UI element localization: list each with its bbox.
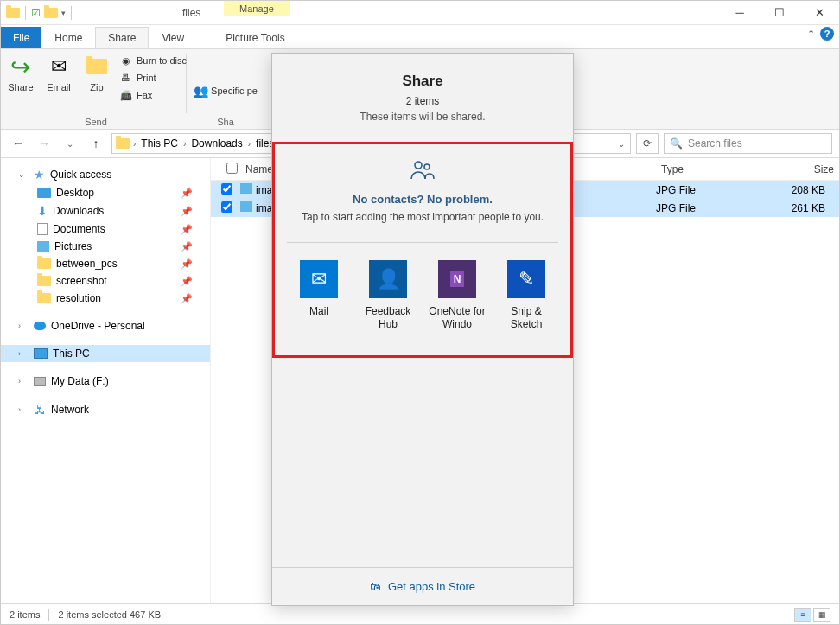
- column-type[interactable]: Type: [656, 163, 760, 175]
- qat-checkbox[interactable]: ☑: [31, 7, 41, 19]
- share-app-onenote[interactable]: N OneNote for Windo: [426, 260, 488, 331]
- breadcrumb[interactable]: This PC: [139, 137, 180, 150]
- minimize-button[interactable]: ─: [720, 1, 760, 25]
- folder-icon: [37, 293, 51, 303]
- store-icon: 🛍: [370, 580, 381, 593]
- document-icon: [37, 223, 48, 235]
- help-icon[interactable]: ?: [820, 27, 834, 41]
- window-controls: ─ ☐ ✕: [720, 1, 839, 25]
- quick-access-toolbar: ☑ ▾: [1, 6, 79, 20]
- svg-point-0: [415, 162, 422, 169]
- folder-icon: [116, 138, 130, 149]
- image-icon: [240, 183, 252, 194]
- column-size[interactable]: Size: [760, 163, 839, 175]
- zip-button[interactable]: Zip: [80, 51, 114, 115]
- collapse-ribbon-icon[interactable]: ⌃: [807, 29, 815, 40]
- burn-disc-button[interactable]: ◉Burn to disc: [118, 53, 188, 68]
- pin-icon: 📌: [181, 276, 193, 287]
- people-icon: 👥: [194, 84, 207, 98]
- sidebar-item-screenshot[interactable]: screenshot📌: [1, 272, 210, 290]
- share-panel-title: Share: [283, 73, 563, 90]
- chevron-right-icon: ›: [131, 139, 137, 149]
- share-panel-footer[interactable]: 🛍 Get apps in Store: [272, 567, 573, 605]
- star-icon: ★: [34, 168, 45, 182]
- no-contacts-sub: Tap to start adding the most important p…: [287, 211, 558, 223]
- manage-label: Manage: [224, 1, 290, 16]
- chevron-down-icon[interactable]: ▾: [61, 9, 66, 17]
- breadcrumb[interactable]: Downloads: [189, 137, 244, 150]
- select-all-checkbox[interactable]: [226, 163, 238, 174]
- up-button[interactable]: ↑: [86, 133, 106, 154]
- drive-icon: [34, 377, 46, 386]
- share-with-group-label: Sha: [192, 115, 259, 129]
- share-panel: Share 2 items These items will be shared…: [271, 53, 574, 606]
- share-app-feedback[interactable]: 👤 Feedback Hub: [357, 260, 419, 331]
- network-icon: 🖧: [34, 403, 46, 417]
- thumbnails-view-button[interactable]: ▦: [813, 608, 830, 622]
- navigation-pane: ⌄★Quick access Desktop📌 ⬇Downloads📌 Docu…: [1, 158, 211, 618]
- printer-icon: 🖶: [119, 71, 133, 85]
- snip-icon: ✎: [507, 260, 545, 298]
- search-input[interactable]: 🔍 Search files: [664, 133, 832, 154]
- fax-icon: 📠: [119, 88, 133, 102]
- file-tab[interactable]: File: [1, 27, 41, 48]
- download-icon: ⬇: [37, 204, 48, 218]
- onedrive-icon: [34, 322, 46, 330]
- mail-icon: ✉: [300, 260, 338, 298]
- share-app-mail[interactable]: ✉ Mail: [288, 260, 350, 331]
- folder-icon: [37, 276, 51, 286]
- feedback-icon: 👤: [369, 260, 407, 298]
- image-icon: [240, 201, 252, 212]
- zip-icon: [86, 59, 107, 74]
- share-tab[interactable]: Share: [95, 27, 149, 48]
- sidebar-item-downloads[interactable]: ⬇Downloads📌: [1, 201, 210, 220]
- sidebar-item-documents[interactable]: Documents📌: [1, 220, 210, 238]
- pc-icon: [34, 348, 48, 359]
- view-tab[interactable]: View: [149, 27, 197, 48]
- sidebar-onedrive[interactable]: ›OneDrive - Personal: [1, 317, 210, 335]
- sidebar-item-resolution[interactable]: resolution📌: [1, 290, 210, 307]
- status-count: 2 items: [10, 609, 40, 620]
- pin-icon: 📌: [181, 293, 193, 304]
- close-button[interactable]: ✕: [799, 1, 839, 25]
- share-button[interactable]: ↪ Share: [3, 51, 38, 115]
- sidebar-item-desktop[interactable]: Desktop📌: [1, 184, 210, 201]
- sidebar-my-data[interactable]: ›My Data (F:): [1, 373, 210, 390]
- chevron-down-icon[interactable]: ⌄: [616, 139, 627, 149]
- row-checkbox[interactable]: [221, 183, 232, 195]
- folder-icon: [37, 258, 51, 269]
- email-button[interactable]: ✉ Email: [41, 51, 76, 115]
- pin-icon: 📌: [181, 258, 193, 270]
- contextual-tab-header: Manage: [224, 1, 290, 16]
- window-title: files: [79, 7, 720, 19]
- status-bar: 2 items 2 items selected 467 KB ≡ ▦: [1, 603, 839, 624]
- sidebar-item-between-pcs[interactable]: between_pcs📌: [1, 255, 210, 272]
- fax-button[interactable]: 📠Fax: [118, 87, 188, 103]
- share-arrow-icon: ↪: [10, 53, 30, 81]
- maximize-button[interactable]: ☐: [760, 1, 799, 25]
- pin-icon: 📌: [181, 224, 193, 235]
- print-button[interactable]: 🖶Print: [118, 70, 188, 86]
- sidebar-quick-access[interactable]: ⌄★Quick access: [1, 165, 210, 184]
- picture-tools-tab[interactable]: Picture Tools: [213, 27, 297, 48]
- row-checkbox[interactable]: [221, 201, 232, 213]
- home-tab[interactable]: Home: [41, 27, 95, 48]
- recent-button[interactable]: ⌄: [60, 133, 80, 154]
- sidebar-this-pc[interactable]: ›This PC: [1, 345, 210, 362]
- specific-people-button[interactable]: 👥 Specific pe: [192, 67, 259, 115]
- sidebar-item-pictures[interactable]: Pictures📌: [1, 238, 210, 255]
- sidebar-network[interactable]: ›🖧Network: [1, 400, 210, 419]
- people-icon: [287, 158, 558, 188]
- details-view-button[interactable]: ≡: [794, 608, 811, 622]
- share-app-snip[interactable]: ✎ Snip & Sketch: [495, 260, 557, 331]
- share-panel-highlighted: No contacts? No problem. Tap to start ad…: [272, 142, 573, 358]
- envelope-icon: ✉: [51, 55, 67, 78]
- search-icon: 🔍: [670, 137, 683, 150]
- desktop-icon: [37, 188, 51, 198]
- forward-button[interactable]: →: [34, 133, 54, 154]
- onenote-icon: N: [438, 260, 476, 298]
- status-selected: 2 items selected 467 KB: [58, 609, 161, 620]
- pictures-icon: [37, 241, 49, 252]
- refresh-button[interactable]: ⟳: [636, 133, 659, 154]
- back-button[interactable]: ←: [8, 133, 29, 154]
